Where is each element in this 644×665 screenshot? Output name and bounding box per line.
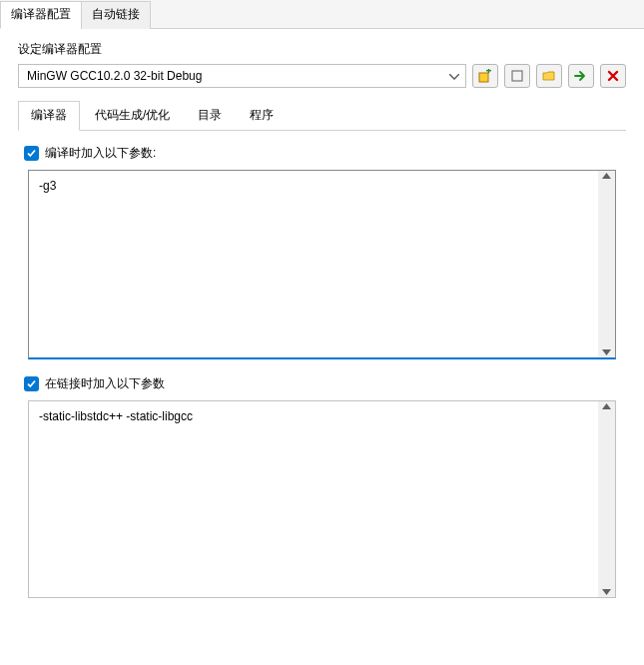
chevron-down-icon [449, 69, 459, 83]
scrollbar[interactable] [598, 401, 615, 597]
rename-icon [510, 69, 524, 83]
check-icon [26, 378, 37, 389]
compiler-select[interactable]: MinGW GCC10.2.0 32-bit Debug [18, 64, 466, 88]
link-args-check-row: 在链接时加入以下参数 [24, 375, 616, 392]
link-args-textarea[interactable] [29, 401, 597, 597]
compile-args-checkbox[interactable] [24, 146, 39, 161]
compile-args-textarea[interactable] [29, 171, 597, 357]
tab-compiler[interactable]: 编译器 [18, 101, 80, 131]
delete-config-button[interactable] [600, 64, 626, 88]
set-compiler-config-label: 设定编译器配置 [18, 41, 626, 58]
add-config-button[interactable] [472, 64, 498, 88]
scroll-down-icon [602, 589, 611, 595]
close-x-icon [606, 69, 620, 83]
next-config-button[interactable] [568, 64, 594, 88]
check-icon [26, 148, 37, 159]
rename-config-button[interactable] [504, 64, 530, 88]
arrow-right-icon [574, 69, 588, 83]
link-args-checkbox[interactable] [24, 376, 39, 391]
scroll-up-icon [602, 173, 611, 179]
scroll-down-icon [602, 349, 611, 355]
tab-compiler-config[interactable]: 编译器配置 [0, 1, 82, 29]
svg-rect-2 [488, 69, 489, 73]
tab-directory[interactable]: 目录 [185, 101, 235, 131]
compile-args-check-row: 编译时加入以下参数: [24, 145, 616, 162]
tab-auto-link[interactable]: 自动链接 [81, 1, 151, 29]
compile-args-textarea-wrap [28, 170, 616, 359]
svg-rect-3 [512, 71, 522, 81]
plus-puzzle-icon [478, 69, 492, 83]
link-args-textarea-wrap [28, 400, 616, 598]
link-args-label: 在链接时加入以下参数 [45, 375, 165, 392]
compiler-select-value: MinGW GCC10.2.0 32-bit Debug [27, 69, 202, 83]
open-folder-button[interactable] [536, 64, 562, 88]
tab-program[interactable]: 程序 [237, 101, 287, 131]
svg-rect-0 [479, 73, 488, 82]
compiler-select-row: MinGW GCC10.2.0 32-bit Debug [18, 64, 626, 88]
inner-tabs: 编译器 代码生成/优化 目录 程序 [18, 100, 626, 131]
compiler-config-panel: 设定编译器配置 MinGW GCC10.2.0 32-bit Debug [0, 29, 644, 636]
folder-icon [542, 69, 556, 83]
compiler-tab-content: 编译时加入以下参数: 在链接时加入以下参数 [18, 131, 626, 624]
scrollbar[interactable] [598, 171, 615, 357]
tab-codegen[interactable]: 代码生成/优化 [82, 101, 183, 131]
scroll-up-icon [602, 403, 611, 409]
outer-tabs: 编译器配置 自动链接 [0, 0, 644, 29]
compile-args-label: 编译时加入以下参数: [45, 145, 156, 162]
